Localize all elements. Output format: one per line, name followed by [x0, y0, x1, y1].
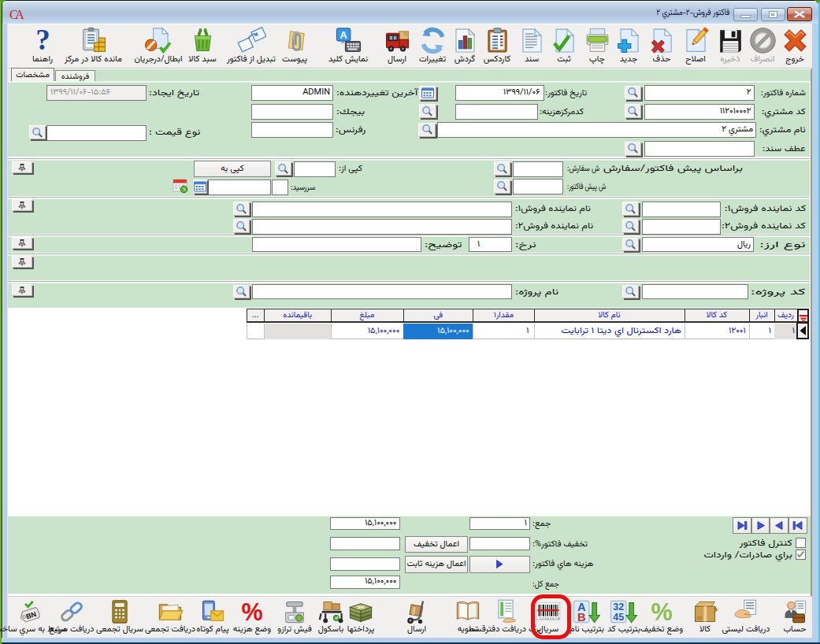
svg-text:32: 32 [613, 601, 624, 613]
svg-text:45: 45 [613, 612, 624, 623]
svg-text:?: ? [35, 26, 50, 55]
svg-text:A: A [340, 29, 347, 41]
svg-text:%: % [651, 598, 672, 625]
svg-text:%: % [241, 598, 262, 625]
